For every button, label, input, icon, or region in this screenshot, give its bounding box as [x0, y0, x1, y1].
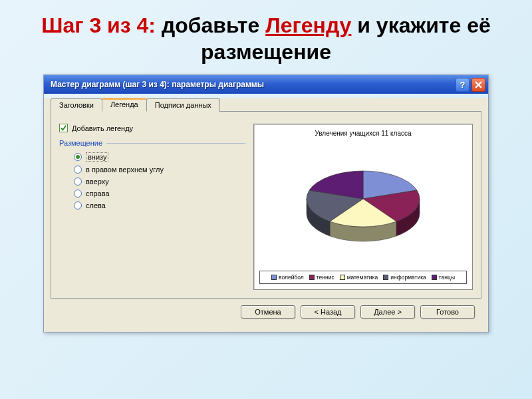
button-bar: Отмена < Назад Далее > Готово [51, 299, 481, 325]
radio-left[interactable] [74, 201, 82, 209]
chart-legend: волейболтеннисматематикаинформатикатанцы [259, 271, 467, 284]
legend-item: математика [340, 274, 378, 281]
tab-legend[interactable]: Легенда [102, 98, 147, 112]
dialog-window: Мастер диаграмм (шаг 3 из 4): параметры … [43, 74, 489, 332]
legend-label: математика [347, 274, 378, 281]
tab-datalabels[interactable]: Подписи данных [146, 98, 220, 112]
step-text: Шаг 3 из 4: [41, 13, 156, 37]
legend-swatch [383, 275, 388, 280]
pie-svg [290, 158, 436, 251]
radio-topright-label: в правом верхнем углу [86, 166, 164, 174]
next-button[interactable]: Далее > [360, 305, 415, 319]
legend-label: информатика [390, 274, 426, 281]
slide-heading: Шаг 3 из 4: добавьте Легенду и укажите е… [0, 0, 532, 70]
checkmark-icon [60, 124, 67, 132]
back-button[interactable]: < Назад [301, 305, 355, 319]
dialog-body: Заголовки Легенда Подписи данных Добавит… [44, 98, 488, 332]
close-button[interactable] [471, 78, 485, 92]
radio-right-label: справа [86, 190, 110, 198]
radio-right[interactable] [74, 190, 82, 198]
placement-label: Размещение [59, 139, 102, 147]
legend-swatch [271, 275, 277, 280]
preview-column: Увлечения учащихся 11 класса волейболтен… [253, 124, 473, 290]
chart-title: Увлечения учащихся 11 класса [259, 130, 467, 137]
add-text: добавьте [156, 13, 265, 37]
titlebar: Мастер диаграмм (шаг 3 из 4): параметры … [44, 75, 488, 94]
cancel-button[interactable]: Отмена [241, 305, 295, 319]
radio-top[interactable] [74, 178, 82, 186]
help-button[interactable]: ? [456, 78, 469, 92]
legend-text: Легенду [265, 13, 351, 37]
legend-item: информатика [383, 274, 426, 281]
placement-radios: внизу в правом верхнем углу вверху справ… [59, 152, 245, 209]
finish-button[interactable]: Готово [420, 305, 475, 319]
legend-swatch [432, 275, 437, 280]
add-legend-checkbox[interactable] [59, 124, 68, 132]
legend-item: теннис [309, 274, 334, 281]
tab-strip: Заголовки Легенда Подписи данных [51, 98, 481, 111]
legend-swatch [340, 275, 345, 280]
legend-label: теннис [317, 274, 334, 281]
chart-preview: Увлечения учащихся 11 класса волейболтен… [253, 124, 473, 290]
radio-bottom-label: внизу [86, 152, 108, 162]
pie-chart [259, 141, 467, 267]
radio-left-label: слева [86, 201, 106, 209]
legend-item: танцы [432, 274, 455, 281]
legend-label: волейбол [279, 274, 304, 281]
titlebar-text: Мастер диаграмм (шаг 3 из 4): параметры … [51, 80, 264, 89]
options-column: Добавить легенду Размещение внизу в прав… [59, 124, 245, 290]
tab-panel: Добавить легенду Размещение внизу в прав… [51, 111, 481, 299]
radio-bottom[interactable] [74, 153, 82, 161]
legend-item: волейбол [271, 274, 304, 281]
close-icon [475, 81, 482, 88]
radio-top-label: вверху [86, 178, 109, 186]
tab-headers[interactable]: Заголовки [51, 98, 102, 112]
add-legend-label: Добавить легенду [72, 124, 133, 132]
legend-label: танцы [439, 274, 455, 281]
add-legend-row: Добавить легенду [59, 124, 245, 132]
placement-group-title: Размещение [59, 139, 245, 147]
radio-topright[interactable] [74, 166, 82, 174]
legend-swatch [309, 275, 315, 280]
